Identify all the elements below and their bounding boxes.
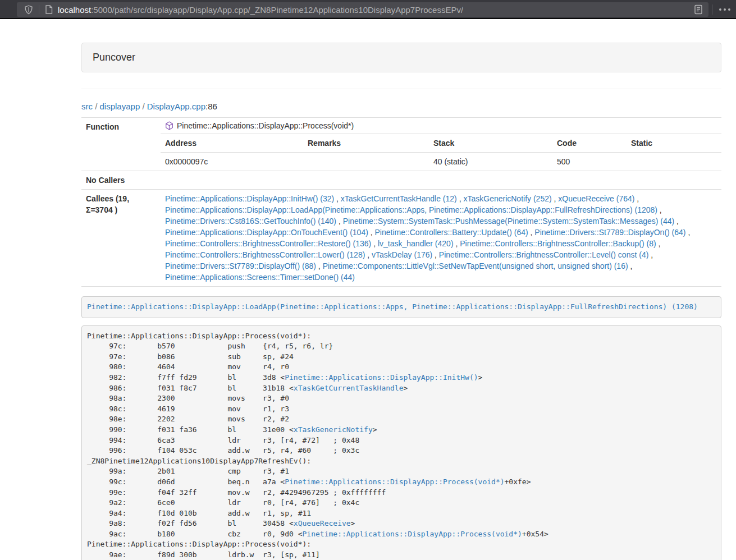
callees-label: Callees (19, Σ=3704 )	[81, 190, 161, 287]
no-callers-label: No Callers	[81, 171, 161, 190]
code-symbol-link[interactable]: Pinetime::Applications::DisplayApp::Init…	[285, 373, 478, 382]
breadcrumb-link[interactable]: src	[81, 102, 93, 111]
callee-separator: ,	[334, 194, 341, 203]
callee-link[interactable]: Pinetime::System::SystemTask::PushMessag…	[343, 217, 675, 226]
app-header-panel: Puncover	[81, 43, 721, 72]
disassembly-code: Pinetime::Applications::DisplayApp::Proc…	[87, 332, 548, 560]
callee-link[interactable]: Pinetime::Drivers::St7789::DisplayOff() …	[165, 261, 316, 270]
callee-link[interactable]: Pinetime::Components::LittleVgl::SetNewT…	[323, 261, 628, 270]
urlbar-separator	[39, 5, 39, 14]
callee-separator: ,	[656, 239, 661, 248]
callee-separator: ,	[674, 217, 679, 226]
code-symbol-link[interactable]: xQueueReceive	[294, 519, 351, 527]
url-host: localhost	[58, 5, 91, 15]
callee-link[interactable]: Pinetime::Controllers::BrightnessControl…	[439, 250, 648, 259]
callee-link[interactable]: xTaskGenericNotify (252)	[463, 194, 551, 203]
column-header: Static	[627, 134, 721, 153]
stats-value-row: 0x0000097c40 (static)500	[161, 153, 721, 171]
column-header: Stack	[429, 134, 552, 153]
function-name: Pinetime::Applications::DisplayApp::Proc…	[177, 120, 354, 131]
breadcrumb-link[interactable]: displayapp	[100, 102, 140, 111]
loadapp-symbol-link[interactable]: Pinetime::Applications::DisplayApp::Load…	[87, 302, 698, 311]
url-bar[interactable]: localhost:5000/path/src/displayapp/Displ…	[17, 2, 708, 17]
url-text[interactable]: localhost:5000/path/src/displayapp/Displ…	[58, 5, 463, 15]
callers-empty-cell	[161, 171, 721, 188]
callee-link[interactable]: Pinetime::Controllers::BrightnessControl…	[165, 239, 371, 248]
callee-link[interactable]: xQueueReceive (764)	[558, 194, 634, 203]
callee-link[interactable]: lv_task_handler (420)	[378, 239, 454, 248]
callee-separator: ,	[648, 250, 653, 259]
code-symbol-link[interactable]: xTaskGetCurrentTaskHandle	[294, 384, 404, 392]
column-header: Code	[552, 134, 627, 153]
callee-separator: ,	[365, 250, 372, 259]
callee-link[interactable]: Pinetime::Applications::DisplayApp::Load…	[165, 205, 657, 214]
stat-value: 500	[552, 153, 627, 171]
callee-link[interactable]: Pinetime::Controllers::BrightnessControl…	[165, 250, 365, 259]
callee-separator: ,	[371, 239, 378, 248]
stat-value	[627, 153, 721, 171]
app-title: Puncover	[93, 52, 135, 63]
callee-separator: ,	[457, 194, 464, 203]
reader-mode-icon[interactable]	[693, 4, 703, 15]
page-actions-more-icon[interactable]	[719, 0, 730, 19]
column-header: Remarks	[303, 134, 429, 153]
stat-value	[303, 153, 429, 171]
callee-link[interactable]: Pinetime::Controllers::BrightnessControl…	[460, 239, 656, 248]
page-container: Puncover src / displayapp / DisplayApp.c…	[81, 43, 721, 560]
symbol-cube-icon	[165, 121, 173, 130]
stat-value: 40 (static)	[429, 153, 552, 171]
callees-row: Callees (19, Σ=3704 ) Pinetime::Applicat…	[81, 190, 721, 287]
breadcrumb: src / displayapp / DisplayApp.cpp:86	[81, 100, 721, 112]
callee-link[interactable]: xTaskGetCurrentTaskHandle (12)	[341, 194, 457, 203]
toolbar-separator	[712, 4, 712, 15]
callee-link[interactable]: Pinetime::Applications::DisplayApp::Init…	[165, 194, 334, 203]
url-path: :5000/path/src/displayapp/DisplayApp.cpp…	[91, 5, 463, 15]
breadcrumb-separator: /	[93, 102, 100, 111]
code-symbol-link[interactable]: Pinetime::Applications::DisplayApp::Proc…	[303, 530, 522, 538]
callee-separator: ,	[686, 228, 691, 237]
breadcrumb-line-number: :86	[205, 102, 217, 111]
code-symbol-link[interactable]: Pinetime::Applications::DisplayApp::Proc…	[285, 478, 504, 486]
callee-link[interactable]: vTaskDelay (176)	[372, 250, 432, 259]
callee-link[interactable]: Pinetime::Applications::DisplayApp::OnTo…	[165, 228, 368, 237]
callee-link[interactable]: Pinetime::Drivers::St7789::DisplayOn() (…	[534, 228, 685, 237]
callee-separator: ,	[552, 194, 559, 203]
divider	[81, 89, 721, 89]
callee-link[interactable]: Pinetime::Controllers::Battery::Update()…	[375, 228, 528, 237]
column-header: Address	[161, 134, 303, 153]
callees-list: Pinetime::Applications::DisplayApp::Init…	[161, 190, 721, 286]
breadcrumb-link[interactable]: DisplayApp.cpp	[147, 102, 205, 111]
function-stats-table: AddressRemarksStackCodeStatic 0x0000097c…	[161, 134, 721, 171]
function-row-label: Function	[81, 118, 161, 171]
callee-separator: ,	[657, 205, 662, 214]
loadapp-snippet-box: Pinetime::Applications::DisplayApp::Load…	[81, 296, 721, 318]
breadcrumb-separator: /	[140, 102, 147, 111]
callers-row: No Callers	[81, 171, 721, 190]
callee-separator: ,	[336, 217, 343, 226]
callee-separator: ,	[528, 228, 535, 237]
browser-toolbar: localhost:5000/path/src/displayapp/Displ…	[0, 0, 736, 19]
function-detail-table: Function Pinetime::Applications::Display…	[81, 117, 721, 287]
callee-link[interactable]: Pinetime::Drivers::Cst816S::GetTouchInfo…	[165, 217, 336, 226]
disassembly-box: Pinetime::Applications::DisplayApp::Proc…	[81, 325, 721, 560]
function-row: Function Pinetime::Applications::Display…	[81, 118, 721, 171]
stat-value: 0x0000097c	[161, 153, 303, 171]
page-info-icon[interactable]	[45, 5, 53, 14]
stats-header-row: AddressRemarksStackCodeStatic	[161, 134, 721, 153]
callee-separator: ,	[316, 261, 323, 270]
code-symbol-link[interactable]: xTaskGenericNotify	[294, 425, 373, 434]
tracking-protection-shield-icon[interactable]	[24, 5, 33, 15]
callee-separator: ,	[368, 228, 375, 237]
callee-separator: ,	[628, 261, 633, 270]
callee-separator: ,	[634, 194, 639, 203]
callee-separator: ,	[432, 250, 439, 259]
callee-link[interactable]: Pinetime::Applications::Screens::Timer::…	[165, 273, 355, 282]
callee-separator: ,	[454, 239, 460, 248]
